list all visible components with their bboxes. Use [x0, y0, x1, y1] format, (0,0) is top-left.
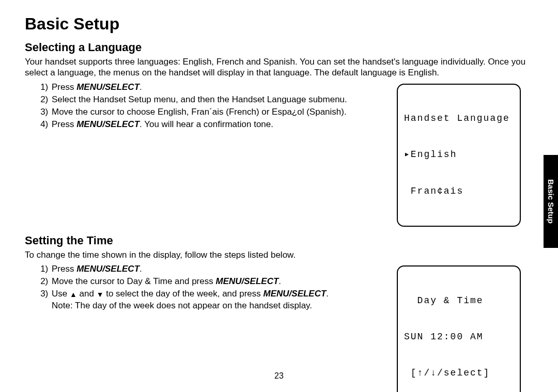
page-number: 23: [0, 371, 558, 381]
time-step-2: Move the cursor to Day & Time and press …: [51, 276, 386, 287]
step-note: Note: The day of the week does not appea…: [52, 301, 312, 310]
down-arrow-icon: [97, 289, 104, 300]
step-text: .: [140, 82, 142, 92]
language-step-4: Press MENU/SELECT. You will hear a confi…: [51, 119, 386, 130]
section-heading-language: Selecting a Language: [25, 41, 533, 54]
language-steps: Press MENU/SELECT. Select the Handset Se…: [25, 82, 386, 131]
menu-select-label: MENU/SELECT: [76, 119, 140, 129]
language-step-1: Press MENU/SELECT.: [51, 82, 386, 93]
section-heading-time: Setting the Time: [25, 234, 533, 247]
menu-select-label: MENU/SELECT: [76, 264, 140, 274]
section-intro-language: Your handset supports three languages: E…: [25, 56, 533, 79]
language-step-2: Select the Handset Setup menu, and then …: [51, 94, 386, 105]
step-text: to select the day of the week, and press: [104, 289, 264, 299]
step-text: .: [278, 276, 281, 286]
step-text: and: [77, 289, 97, 299]
language-step-3: Move the cursor to choose English, Fran´…: [51, 106, 386, 118]
menu-select-label: MENU/SELECT: [264, 289, 327, 299]
side-tab-label: Basic Setup: [544, 155, 558, 248]
lcd-line: Day & Time: [404, 295, 514, 307]
manual-page: Basic Setup Selecting a Language Your ha…: [0, 0, 558, 392]
lcd-language: Handset Language ▸English Fran¢ais: [397, 84, 521, 227]
section-intro-time: To change the time shown in the display,…: [25, 249, 533, 260]
language-row: Press MENU/SELECT. Select the Handset Se…: [25, 81, 533, 227]
up-arrow-icon: [70, 289, 77, 300]
step-text: .: [140, 264, 142, 274]
step-text: Press: [52, 264, 76, 274]
lcd-line: Handset Language: [404, 113, 514, 124]
page-title: Basic Setup: [25, 14, 533, 34]
step-text: Press: [52, 119, 76, 129]
step-text: Press: [52, 82, 76, 92]
step-text: . You will hear a confirmation tone.: [140, 119, 273, 129]
lcd-line: ▸English: [404, 149, 514, 161]
lcd-line: Fran¢ais: [404, 185, 514, 197]
time-step-3: Use and to select the day of the week, a…: [51, 288, 386, 311]
time-step-1: Press MENU/SELECT.: [51, 263, 386, 275]
lcd-line: SUN 12:00 AM: [404, 331, 514, 343]
step-text: .: [326, 289, 329, 299]
step-text: Move the cursor to Day & Time and press: [52, 276, 215, 286]
menu-select-label: MENU/SELECT: [76, 82, 140, 92]
step-text: Use: [52, 289, 70, 299]
time-steps: Press MENU/SELECT. Move the cursor to Da…: [25, 263, 386, 312]
menu-select-label: MENU/SELECT: [215, 276, 278, 286]
